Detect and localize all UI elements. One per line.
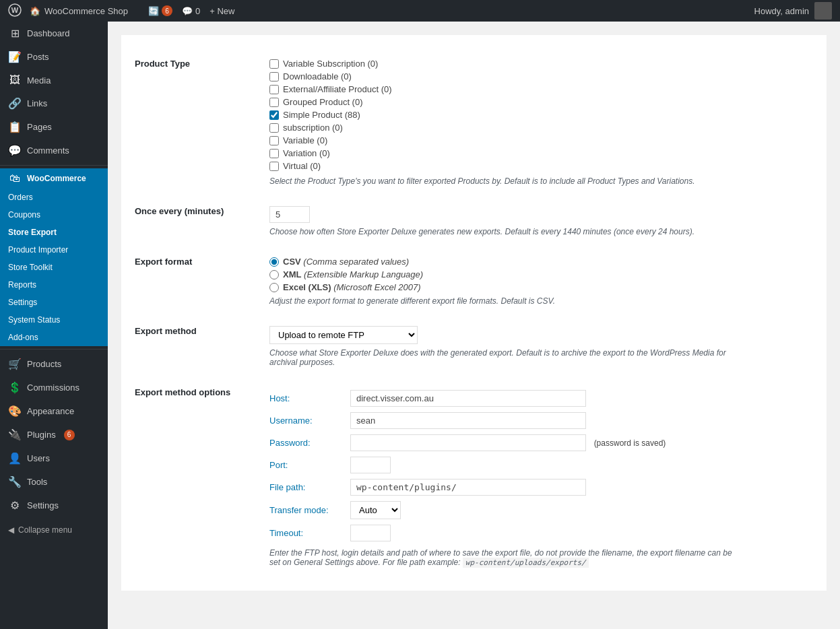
product-types-field: Variable Subscription (0) Downloadable (… xyxy=(269,48,813,196)
sidebar-item-orders[interactable]: Orders xyxy=(0,189,108,206)
avatar xyxy=(814,2,832,20)
sidebar-item-woocommerce[interactable]: 🛍 WooCommerce xyxy=(0,168,108,189)
ftp-password-input[interactable] xyxy=(350,434,586,451)
radio-csv-label: CSV (Comma separated values) xyxy=(283,257,409,267)
product-types-description: Select the Product Type's you want to fi… xyxy=(269,176,741,186)
checkbox-simple-input[interactable] xyxy=(269,110,279,120)
sidebar-item-store-toolkit[interactable]: Store Toolkit xyxy=(0,259,108,276)
sidebar-item-dashboard[interactable]: ⊞ Dashboard xyxy=(0,22,108,45)
checkbox-downloadable-input[interactable] xyxy=(269,72,279,81)
radio-xml-input[interactable] xyxy=(269,270,279,279)
export-method-description: Choose what Store Exporter Deluxe does w… xyxy=(269,348,741,367)
checkbox-downloadable-label: Downloadable (0) xyxy=(283,71,352,81)
ftp-username-input[interactable] xyxy=(350,412,586,429)
sidebar-item-settings[interactable]: ⚙ Settings xyxy=(0,494,108,517)
radio-xls-input[interactable] xyxy=(269,283,279,292)
sidebar-item-comments[interactable]: 💬 Comments xyxy=(0,139,108,162)
sidebar-item-media[interactable]: 🖼 Media xyxy=(0,69,108,92)
radio-csv-input[interactable] xyxy=(269,257,279,267)
checkbox-external-affiliate-input[interactable] xyxy=(269,85,279,94)
wp-logo-icon[interactable]: W xyxy=(8,3,22,19)
comments-item[interactable]: 💬 0 xyxy=(182,6,200,16)
ftp-host-label: Host: xyxy=(269,387,350,409)
sidebar-item-pages[interactable]: 📋 Pages xyxy=(0,115,108,139)
radio-csv[interactable]: CSV (Comma separated values) xyxy=(269,257,806,267)
checkbox-simple-label: Simple Product (88) xyxy=(283,110,360,120)
ftp-description: Enter the FTP host, login details and pa… xyxy=(269,548,741,567)
checkbox-grouped[interactable]: Grouped Product (0) xyxy=(269,97,806,107)
checkbox-variable[interactable]: Variable (0) xyxy=(269,135,806,145)
ftp-host-input[interactable] xyxy=(350,390,586,407)
adminbar-items: 🏠 WooCommerce Shop 🔄 6 💬 0 + New xyxy=(30,5,754,16)
admin-menu: ⊞ Dashboard 📝 Posts 🖼 Media 🔗 Links 📋 Pa… xyxy=(0,22,108,629)
commissions-icon: 💲 xyxy=(8,381,22,394)
sidebar-item-woo-settings[interactable]: Settings xyxy=(0,294,108,311)
sidebar-item-users[interactable]: 👤 Users xyxy=(0,446,108,470)
export-method-field: Archive to WordPress Media Upload to rem… xyxy=(269,316,813,377)
user-info[interactable]: Howdy, admin xyxy=(754,2,832,20)
media-icon: 🖼 xyxy=(8,74,22,86)
sidebar-item-commissions[interactable]: 💲 Commissions xyxy=(0,376,108,399)
ftp-host-row: Host: xyxy=(269,387,671,409)
ftp-port-input[interactable] xyxy=(350,457,391,473)
export-method-select[interactable]: Archive to WordPress Media Upload to rem… xyxy=(269,326,418,344)
checkbox-external-affiliate[interactable]: External/Affiliate Product (0) xyxy=(269,84,806,94)
checkbox-variable-input[interactable] xyxy=(269,136,279,145)
once-every-input[interactable] xyxy=(269,206,310,223)
once-every-row: Once every (minutes) Choose how often St… xyxy=(135,196,813,246)
once-every-description: Choose how often Store Exporter Deluxe g… xyxy=(269,227,741,236)
ftp-username-label: Username: xyxy=(269,409,350,432)
ftp-filepath-input[interactable] xyxy=(350,479,586,496)
checkbox-virtual-input[interactable] xyxy=(269,162,279,171)
radio-xls[interactable]: Excel (XLS) (Microsoft Excel 2007) xyxy=(269,282,806,292)
ftp-password-label: Password: xyxy=(269,432,350,454)
checkbox-variable-subscription[interactable]: Variable Subscription (0) xyxy=(269,59,806,69)
sidebar-item-product-importer[interactable]: Product Importer xyxy=(0,241,108,259)
checkbox-virtual-label: Virtual (0) xyxy=(283,161,321,171)
sidebar-item-reports[interactable]: Reports xyxy=(0,276,108,294)
checkbox-variation[interactable]: Variation (0) xyxy=(269,148,806,158)
checkbox-subscription-input[interactable] xyxy=(269,123,279,133)
updates-item[interactable]: 🔄 6 xyxy=(148,5,172,16)
checkbox-virtual[interactable]: Virtual (0) xyxy=(269,161,806,171)
ftp-username-cell xyxy=(350,409,671,432)
site-name[interactable]: 🏠 WooCommerce Shop xyxy=(30,6,128,16)
ftp-password-cell: (password is saved) xyxy=(350,432,671,454)
checkbox-simple[interactable]: Simple Product (88) xyxy=(269,110,806,120)
export-method-options-label: Export method options xyxy=(135,377,269,577)
checkbox-variation-label: Variation (0) xyxy=(283,148,330,158)
checkbox-subscription[interactable]: subscription (0) xyxy=(269,123,806,133)
export-method-options-field: Host: Username: xyxy=(269,377,813,577)
svg-text:W: W xyxy=(11,6,19,14)
sidebar-item-add-ons[interactable]: Add-ons xyxy=(0,329,108,346)
checkbox-variable-subscription-input[interactable] xyxy=(269,59,279,69)
users-icon: 👤 xyxy=(8,452,22,465)
collapse-menu-button[interactable]: ◀ Collapse menu xyxy=(0,517,108,543)
sidebar-item-plugins[interactable]: 🔌 Plugins 6 xyxy=(0,423,108,446)
checkbox-subscription-label: subscription (0) xyxy=(283,123,343,133)
checkbox-grouped-label: Grouped Product (0) xyxy=(283,97,363,107)
checkbox-grouped-input[interactable] xyxy=(269,98,279,107)
checkbox-variation-input[interactable] xyxy=(269,149,279,158)
products-icon: 🛒 xyxy=(8,358,22,370)
ftp-port-label: Port: xyxy=(269,454,350,476)
dashboard-icon: ⊞ xyxy=(8,27,22,40)
sidebar-item-posts[interactable]: 📝 Posts xyxy=(0,45,108,69)
radio-xml[interactable]: XML (Extensible Markup Language) xyxy=(269,269,806,279)
comments-icon: 💬 xyxy=(8,144,22,157)
export-method-row: Export method Archive to WordPress Media… xyxy=(135,316,813,377)
sidebar-item-system-status[interactable]: System Status xyxy=(0,311,108,329)
ftp-transfer-mode-row: Transfer mode: Auto ASCII Binary xyxy=(269,498,671,522)
ftp-transfer-mode-select[interactable]: Auto ASCII Binary xyxy=(350,501,401,519)
sidebar-item-appearance[interactable]: 🎨 Appearance xyxy=(0,399,108,423)
new-content-item[interactable]: + New xyxy=(209,6,234,16)
sidebar-item-tools[interactable]: 🔧 Tools xyxy=(0,470,108,494)
radio-xls-label: Excel (XLS) (Microsoft Excel 2007) xyxy=(283,282,420,292)
sidebar-item-coupons[interactable]: Coupons xyxy=(0,206,108,224)
sidebar-item-links[interactable]: 🔗 Links xyxy=(0,92,108,115)
sidebar-item-store-export[interactable]: Store Export xyxy=(0,224,108,241)
ftp-timeout-input[interactable] xyxy=(350,525,391,541)
checkbox-downloadable[interactable]: Downloadable (0) xyxy=(269,71,806,81)
sidebar-item-products[interactable]: 🛒 Products xyxy=(0,352,108,376)
ftp-password-row: Password: (password is saved) xyxy=(269,432,671,454)
